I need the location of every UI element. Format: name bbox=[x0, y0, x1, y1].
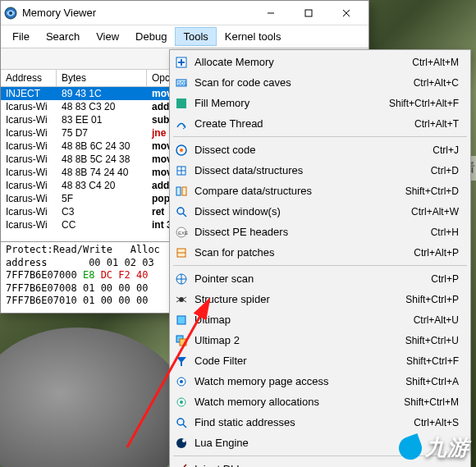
menu-item-label: Find static addresses bbox=[191, 416, 414, 428]
svg-line-31 bbox=[184, 297, 186, 299]
svg-point-19 bbox=[177, 208, 184, 214]
svg-rect-17 bbox=[176, 187, 181, 195]
compare-icon bbox=[172, 185, 191, 198]
window-icon bbox=[172, 205, 191, 218]
menu-search[interactable]: Search bbox=[38, 27, 88, 46]
pe-icon: EXE bbox=[172, 226, 191, 239]
svg-point-37 bbox=[180, 380, 183, 383]
ultimap2-icon bbox=[172, 334, 191, 347]
dissect-icon bbox=[172, 144, 191, 157]
menu-item-structure-spider[interactable]: Structure spiderShift+Ctrl+P bbox=[172, 289, 469, 309]
menu-item-fill-memory[interactable]: Fill MemoryShift+Ctrl+Alt+F bbox=[172, 93, 469, 113]
menu-separator bbox=[173, 265, 467, 266]
svg-text:EXE: EXE bbox=[178, 231, 188, 236]
fill-icon bbox=[172, 97, 191, 110]
menu-item-dissect-code[interactable]: Dissect codeCtrl+J bbox=[172, 140, 469, 160]
svg-point-43 bbox=[182, 439, 185, 442]
menu-item-label: Dissect code bbox=[191, 144, 433, 156]
svg-rect-3 bbox=[305, 10, 312, 16]
menu-item-shortcut: Ctrl+Alt+P bbox=[414, 247, 469, 259]
menu-item-scan-for-patches[interactable]: Scan for patchesCtrl+Alt+P bbox=[172, 242, 469, 263]
menu-item-label: Fill Memory bbox=[191, 97, 389, 109]
window-title: Memory Viewer bbox=[22, 7, 252, 19]
menu-item-label: Dissect PE headers bbox=[191, 226, 431, 238]
filter-icon bbox=[172, 355, 191, 368]
app-icon bbox=[4, 7, 17, 20]
menu-item-code-filter[interactable]: Code FilterShift+Ctrl+F bbox=[172, 350, 469, 371]
menu-debug[interactable]: Debug bbox=[127, 27, 175, 46]
svg-text:101: 101 bbox=[177, 80, 187, 86]
menu-item-label: Dissect window(s) bbox=[191, 205, 411, 217]
menu-item-label: Allocate Memory bbox=[191, 56, 412, 68]
menu-item-shortcut: Ctrl+H bbox=[431, 227, 469, 238]
scan-icon: 101 bbox=[172, 76, 191, 89]
watermark-logo: 九游 bbox=[399, 433, 469, 462]
watch-icon bbox=[172, 375, 191, 388]
menu-item-shortcut: Shift+Ctrl+A bbox=[405, 376, 469, 387]
header-address[interactable]: Address bbox=[1, 70, 57, 86]
menu-item-shortcut: Shift+Ctrl+Alt+F bbox=[389, 98, 469, 109]
menu-item-allocate-memory[interactable]: Allocate MemoryCtrl+Alt+M bbox=[172, 52, 469, 72]
svg-point-13 bbox=[180, 149, 183, 152]
svg-rect-18 bbox=[182, 187, 186, 195]
menu-item-compare-data-structures[interactable]: Compare data/structuresShift+Ctrl+D bbox=[172, 181, 469, 201]
svg-line-41 bbox=[183, 424, 186, 428]
menu-item-ultimap-2[interactable]: Ultimap 2Shift+Ctrl+U bbox=[172, 330, 469, 350]
menu-item-find-static-addresses[interactable]: Find static addressesCtrl+Alt+S bbox=[172, 412, 469, 433]
menu-separator bbox=[173, 136, 467, 137]
svg-rect-35 bbox=[180, 339, 186, 346]
minimize-button[interactable] bbox=[252, 2, 290, 25]
svg-line-30 bbox=[176, 300, 179, 302]
menu-item-label: Ultimap bbox=[191, 314, 414, 326]
menu-item-shortcut: Shift+Ctrl+P bbox=[405, 294, 469, 305]
inject-icon bbox=[172, 463, 191, 468]
menu-item-label: Code Filter bbox=[191, 355, 406, 367]
menu-view[interactable]: View bbox=[88, 27, 127, 46]
watch2-icon bbox=[172, 396, 191, 409]
menu-item-shortcut: Ctrl+Alt+M bbox=[412, 57, 469, 68]
plus-icon bbox=[172, 56, 191, 69]
menu-item-ultimap[interactable]: UltimapCtrl+Alt+U bbox=[172, 309, 469, 330]
tools-dropdown-menu: Allocate MemoryCtrl+Alt+M101Scan for cod… bbox=[169, 49, 471, 467]
header-bytes[interactable]: Bytes bbox=[57, 70, 147, 86]
menu-item-shortcut: Ctrl+Alt+S bbox=[414, 417, 469, 428]
menu-item-dissect-window-s-[interactable]: Dissect window(s)Ctrl+Alt+W bbox=[172, 201, 469, 222]
menu-item-shortcut: Shift+Ctrl+F bbox=[406, 355, 469, 367]
svg-line-20 bbox=[183, 213, 186, 217]
menu-item-label: Scan for patches bbox=[191, 246, 414, 259]
menu-item-label: Structure spider bbox=[191, 293, 405, 305]
menu-item-shortcut: Ctrl+P bbox=[431, 273, 469, 285]
menu-file[interactable]: File bbox=[4, 27, 38, 46]
titlebar: Memory Viewer bbox=[1, 1, 368, 25]
svg-point-39 bbox=[180, 401, 183, 404]
menu-item-watch-memory-page-access[interactable]: Watch memory page accessShift+Ctrl+A bbox=[172, 371, 469, 391]
menu-item-dissect-pe-headers[interactable]: EXEDissect PE headersCtrl+H bbox=[172, 222, 469, 242]
svg-point-40 bbox=[177, 419, 184, 425]
menu-item-label: Watch memory page access bbox=[191, 375, 405, 387]
svg-point-28 bbox=[179, 297, 184, 302]
menubar: File Search View Debug Tools Kernel tool… bbox=[1, 25, 368, 48]
svg-point-1 bbox=[9, 11, 12, 15]
ultimap-icon bbox=[172, 314, 191, 327]
menu-item-shortcut: Ctrl+D bbox=[431, 165, 469, 176]
menu-item-create-thread[interactable]: Create ThreadCtrl+Alt+T bbox=[172, 113, 469, 134]
menu-item-label: Inject DLL bbox=[191, 463, 459, 467]
menu-tools[interactable]: Tools bbox=[175, 27, 216, 46]
svg-rect-33 bbox=[177, 316, 185, 324]
menu-item-label: Scan for code caves bbox=[191, 76, 414, 89]
lua-icon bbox=[172, 437, 191, 450]
menu-item-pointer-scan[interactable]: Pointer scanCtrl+P bbox=[172, 268, 469, 289]
menu-item-shortcut: Shift+Ctrl+M bbox=[404, 396, 469, 408]
spider-icon bbox=[172, 293, 191, 306]
menu-item-dissect-data-structures[interactable]: Dissect data/structuresCtrl+D bbox=[172, 160, 469, 181]
close-button[interactable] bbox=[327, 2, 365, 25]
menu-kernel-tools[interactable]: Kernel tools bbox=[217, 27, 290, 46]
menu-item-shortcut: Shift+Ctrl+D bbox=[405, 185, 469, 197]
struct-icon bbox=[172, 164, 191, 177]
maximize-button[interactable] bbox=[290, 2, 327, 25]
menu-item-watch-memory-allocations[interactable]: Watch memory allocationsShift+Ctrl+M bbox=[172, 391, 469, 412]
menu-item-scan-for-code-caves[interactable]: 101Scan for code cavesCtrl+Alt+C bbox=[172, 72, 469, 93]
svg-line-29 bbox=[176, 297, 179, 299]
menu-item-label: Dissect data/structures bbox=[191, 164, 431, 176]
menu-item-label: Create Thread bbox=[191, 117, 414, 130]
